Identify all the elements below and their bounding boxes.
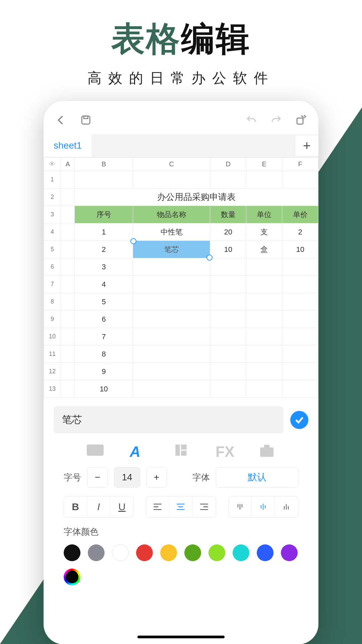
- italic-button[interactable]: I: [87, 496, 110, 517]
- marketing-headline: 表格编辑 高效的日常办公软件: [0, 0, 362, 88]
- selected-cell[interactable]: 笔芯: [133, 241, 210, 258]
- svg-rect-0: [82, 116, 90, 124]
- align-left-button[interactable]: [146, 496, 169, 517]
- col-header-d[interactable]: D: [210, 158, 246, 171]
- row-9[interactable]: 96: [44, 311, 318, 328]
- row-8[interactable]: 85: [44, 293, 318, 311]
- svg-rect-3: [87, 444, 104, 455]
- col-header-e[interactable]: E: [246, 158, 282, 171]
- hdr-price[interactable]: 单价: [282, 206, 318, 223]
- svg-rect-4: [175, 444, 180, 455]
- valign-top-button[interactable]: [229, 496, 252, 517]
- font-size-increase[interactable]: +: [146, 467, 167, 488]
- color-swatch-black[interactable]: [64, 544, 80, 561]
- editor-mode-tabs: A FX: [54, 433, 308, 464]
- home-indicator: [137, 636, 225, 638]
- color-swatch-red[interactable]: [136, 544, 153, 561]
- mode-tools[interactable]: [258, 443, 275, 457]
- hdr-qty[interactable]: 数量: [210, 206, 246, 223]
- svg-rect-1: [84, 116, 88, 119]
- cell-editor-panel: 笔芯 A FX 字号 −: [44, 398, 318, 599]
- color-swatch-green[interactable]: [184, 544, 201, 561]
- svg-rect-6: [181, 451, 187, 456]
- text-style-group: B I U: [64, 496, 134, 518]
- cell-edit-input[interactable]: 笔芯: [54, 406, 284, 433]
- svg-rect-8: [264, 445, 269, 447]
- color-swatch-yellow[interactable]: [160, 544, 177, 561]
- undo-button[interactable]: [244, 113, 259, 127]
- underline-button[interactable]: U: [110, 496, 133, 517]
- color-swatches: [64, 544, 298, 585]
- col-header-a[interactable]: A: [61, 158, 75, 171]
- font-color-label: 字体颜色: [64, 526, 298, 538]
- h-align-group: [146, 496, 216, 518]
- hdr-unit[interactable]: 单位: [246, 206, 282, 223]
- svg-rect-2: [297, 118, 303, 124]
- row-12[interactable]: 129: [44, 363, 318, 380]
- row-1[interactable]: 1: [44, 171, 318, 189]
- share-button[interactable]: [294, 113, 308, 127]
- phone-frame: sheet1 + 👁 A B C D E F 1 2办公用品采购申请表: [44, 101, 318, 644]
- row-4[interactable]: 4 1 中性笔 20 支 2: [44, 223, 318, 241]
- mode-layout[interactable]: [173, 443, 189, 457]
- bold-button[interactable]: B: [64, 496, 87, 517]
- color-swatch-lime[interactable]: [208, 544, 225, 561]
- font-family-label: 字体: [192, 472, 210, 483]
- headline-part1: 表格: [111, 20, 181, 57]
- color-swatch-cyan[interactable]: [233, 544, 249, 561]
- row-5[interactable]: 5 2 笔芯 10 盒 10: [44, 241, 318, 258]
- text-format-panel: 字号 − 14 + 字体 默认 B I U: [54, 464, 308, 595]
- font-size-label: 字号: [64, 472, 81, 483]
- font-size-value[interactable]: 14: [114, 467, 140, 488]
- hdr-name[interactable]: 物品名称: [133, 206, 210, 223]
- spreadsheet-grid[interactable]: 👁 A B C D E F 1 2办公用品采购申请表 3 序号 物品名称 数量 …: [44, 157, 318, 398]
- redo-button[interactable]: [269, 113, 284, 127]
- sheet-tabs: sheet1 +: [44, 134, 318, 157]
- hdr-seq[interactable]: 序号: [75, 206, 133, 223]
- mode-function[interactable]: FX: [216, 443, 232, 457]
- visibility-toggle[interactable]: 👁: [44, 158, 61, 171]
- row-7[interactable]: 74: [44, 276, 318, 293]
- mode-keyboard[interactable]: [87, 443, 104, 457]
- row-6[interactable]: 63: [44, 258, 318, 276]
- color-picker-button[interactable]: [64, 569, 80, 585]
- color-swatch-white[interactable]: [112, 544, 129, 561]
- align-center-button[interactable]: [169, 496, 192, 517]
- svg-rect-5: [181, 444, 187, 449]
- headline-sub: 高效的日常办公软件: [0, 69, 362, 88]
- column-header-row: 👁 A B C D E F: [44, 158, 318, 171]
- align-right-button[interactable]: [193, 496, 216, 517]
- valign-bottom-button[interactable]: [275, 496, 298, 517]
- sheet-title-cell[interactable]: 办公用品采购申请表: [75, 189, 318, 206]
- row-11[interactable]: 118: [44, 345, 318, 363]
- sheet-tab-1[interactable]: sheet1: [44, 134, 92, 157]
- confirm-button[interactable]: [290, 411, 308, 429]
- font-size-decrease[interactable]: −: [87, 467, 108, 488]
- row-10[interactable]: 107: [44, 328, 318, 345]
- row-13[interactable]: 1310: [44, 380, 318, 398]
- color-swatch-gray[interactable]: [88, 544, 105, 561]
- color-swatch-blue[interactable]: [257, 544, 274, 561]
- add-sheet-button[interactable]: +: [295, 136, 318, 156]
- back-button[interactable]: [54, 113, 68, 127]
- color-swatch-purple[interactable]: [281, 544, 298, 561]
- headline-part2: 编辑: [181, 20, 251, 57]
- col-header-c[interactable]: C: [133, 158, 210, 171]
- mode-text-format[interactable]: A: [130, 443, 146, 457]
- col-header-f[interactable]: F: [282, 158, 318, 171]
- valign-middle-button[interactable]: [252, 496, 275, 517]
- col-header-b[interactable]: B: [75, 158, 133, 171]
- svg-rect-7: [260, 447, 274, 457]
- save-button[interactable]: [78, 113, 93, 127]
- font-family-select[interactable]: 默认: [216, 467, 298, 488]
- row-2[interactable]: 2办公用品采购申请表: [44, 189, 318, 206]
- top-toolbar: [44, 101, 318, 134]
- row-3[interactable]: 3 序号 物品名称 数量 单位 单价: [44, 206, 318, 223]
- v-align-group: [228, 496, 298, 518]
